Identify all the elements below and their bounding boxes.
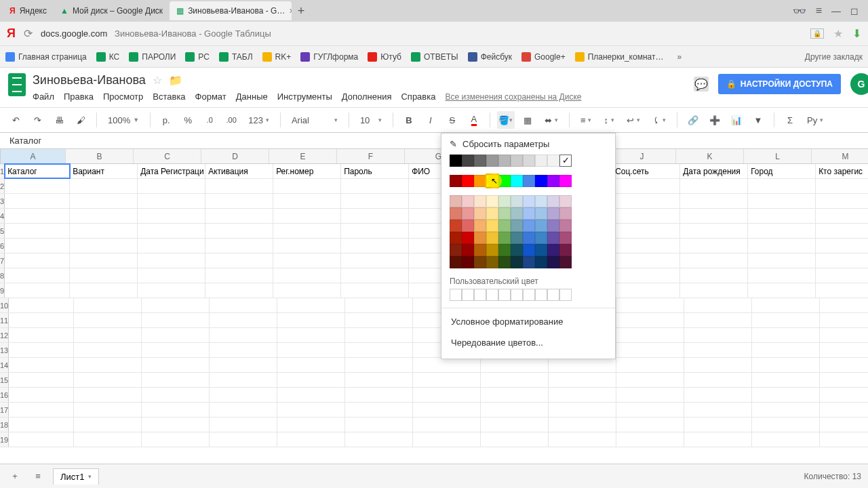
color-swatch[interactable]	[486, 175, 498, 187]
protect-icon[interactable]: 🔒	[810, 28, 824, 39]
row-header[interactable]: 14	[0, 358, 9, 372]
cell[interactable]	[748, 224, 816, 238]
custom-color-slot[interactable]	[535, 289, 547, 301]
cell[interactable]	[70, 239, 138, 253]
color-swatch[interactable]	[450, 155, 462, 167]
halign-button[interactable]: ≡▾	[576, 115, 596, 125]
cell[interactable]	[481, 373, 549, 387]
cell[interactable]: Дата Регистраци	[138, 164, 205, 178]
increase-decimal-button[interactable]: .00	[222, 111, 240, 129]
custom-color-slot[interactable]	[498, 289, 511, 301]
cell[interactable]	[341, 268, 409, 283]
row-header[interactable]: 11	[0, 313, 9, 327]
color-swatch[interactable]	[535, 155, 547, 167]
cell[interactable]	[616, 373, 684, 387]
menu-data[interactable]: Данные	[236, 92, 268, 102]
reset-format-button[interactable]: ✎ Сбросить параметры	[441, 134, 615, 155]
color-swatch[interactable]	[486, 220, 498, 232]
custom-color-slot[interactable]	[547, 289, 559, 301]
color-swatch[interactable]	[486, 244, 498, 256]
undo-icon[interactable]: ↶	[7, 111, 24, 129]
cell[interactable]	[5, 224, 70, 238]
browser-tab[interactable]: ▲ Мой диск – Google Диск	[54, 1, 170, 20]
cell[interactable]	[748, 209, 816, 223]
cell[interactable]	[70, 224, 138, 238]
cell[interactable]	[816, 194, 868, 208]
cell[interactable]	[210, 343, 277, 357]
cell[interactable]	[5, 194, 70, 208]
cell[interactable]	[612, 179, 680, 193]
cell[interactable]	[138, 179, 205, 193]
minimize-icon[interactable]: —	[831, 5, 841, 16]
color-swatch[interactable]	[523, 155, 535, 167]
cell[interactable]	[549, 418, 616, 432]
color-swatch[interactable]	[511, 207, 523, 220]
cell[interactable]	[210, 298, 277, 312]
percent-button[interactable]: %	[179, 111, 197, 129]
cell[interactable]	[616, 403, 684, 417]
cell[interactable]	[748, 268, 816, 283]
menu-file[interactable]: Файл	[33, 92, 54, 102]
row-header[interactable]: 19	[0, 432, 9, 447]
color-swatch[interactable]	[486, 195, 498, 207]
color-swatch[interactable]	[547, 220, 559, 232]
cell[interactable]	[752, 298, 820, 312]
col-header[interactable]: J	[608, 149, 676, 163]
cell[interactable]	[816, 179, 868, 193]
bold-button[interactable]: B	[400, 111, 418, 129]
color-swatch[interactable]	[462, 256, 474, 268]
bookmark-item[interactable]: РС	[185, 52, 210, 62]
bookmark-item[interactable]: ПАРОЛИ	[129, 52, 176, 62]
cell[interactable]	[816, 209, 868, 223]
bookmark-item[interactable]: КС	[96, 52, 120, 62]
color-swatch[interactable]	[559, 256, 572, 268]
cell[interactable]	[684, 418, 752, 432]
bookmark-item[interactable]: Ютуб	[368, 52, 401, 62]
cell[interactable]	[680, 239, 748, 253]
cell[interactable]	[413, 418, 481, 432]
color-swatch[interactable]	[559, 220, 572, 232]
cell[interactable]	[341, 224, 409, 238]
cell[interactable]	[684, 373, 752, 387]
cell[interactable]	[9, 343, 74, 357]
cell[interactable]	[70, 179, 138, 193]
cell[interactable]	[9, 313, 74, 327]
cell[interactable]	[74, 373, 142, 387]
cell[interactable]	[205, 268, 273, 283]
cell[interactable]	[684, 358, 752, 372]
cell[interactable]	[612, 194, 680, 208]
cell[interactable]	[684, 403, 752, 417]
cell[interactable]	[549, 403, 616, 417]
cell[interactable]	[341, 253, 409, 268]
color-swatch[interactable]	[462, 195, 474, 207]
sheets-logo-icon[interactable]	[8, 73, 26, 96]
row-header[interactable]: 1	[0, 164, 5, 178]
color-swatch[interactable]	[547, 195, 559, 207]
cell[interactable]	[413, 358, 481, 372]
color-swatch[interactable]	[474, 195, 486, 207]
cell[interactable]	[684, 388, 752, 402]
color-swatch[interactable]	[486, 256, 498, 268]
row-header[interactable]: 7	[0, 253, 5, 268]
cell[interactable]	[9, 388, 74, 402]
cell[interactable]	[752, 418, 820, 432]
download-icon[interactable]: ⬇	[852, 27, 861, 40]
row-header[interactable]: 18	[0, 418, 9, 432]
color-swatch[interactable]	[462, 232, 474, 244]
color-swatch[interactable]	[511, 195, 523, 207]
color-swatch[interactable]	[535, 232, 547, 244]
input-lang-dropdown[interactable]: Ру▾	[803, 115, 827, 125]
cell[interactable]	[210, 358, 277, 372]
sheet-menu-icon[interactable]: ▾	[88, 473, 92, 480]
cell[interactable]	[820, 328, 868, 342]
cell[interactable]	[684, 343, 752, 357]
color-swatch[interactable]	[523, 195, 535, 207]
color-swatch[interactable]	[450, 195, 462, 207]
color-swatch[interactable]	[535, 207, 547, 220]
color-swatch[interactable]	[474, 232, 486, 244]
color-swatch[interactable]	[559, 232, 572, 244]
cell[interactable]	[277, 388, 345, 402]
cell[interactable]	[481, 403, 549, 417]
color-swatch[interactable]	[462, 220, 474, 232]
menu-icon[interactable]: ≡	[816, 5, 822, 17]
